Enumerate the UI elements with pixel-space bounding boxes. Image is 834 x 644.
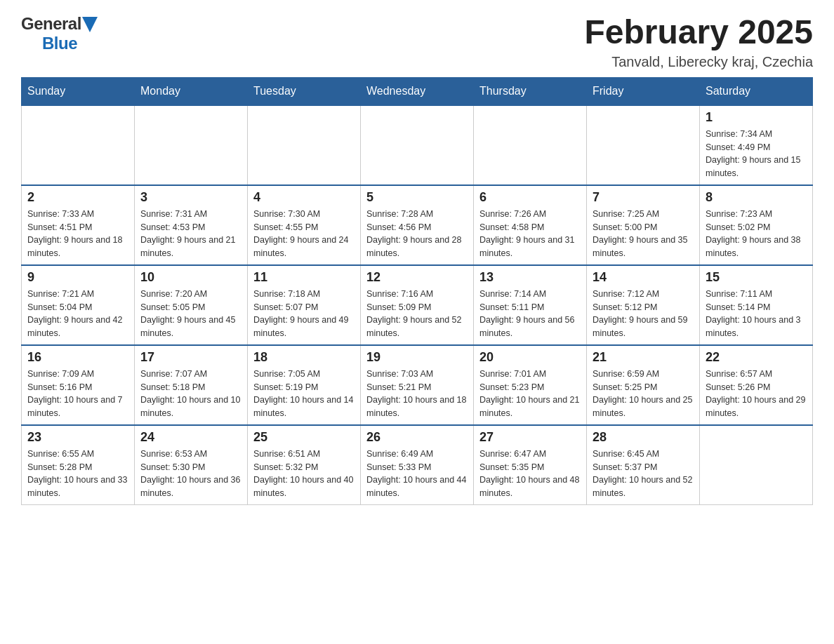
day-number: 11 — [253, 270, 355, 285]
day-number: 2 — [27, 190, 128, 205]
day-number: 17 — [140, 350, 241, 365]
day-info: Sunrise: 7:09 AMSunset: 5:16 PMDaylight:… — [27, 368, 128, 420]
day-info: Sunrise: 7:16 AMSunset: 5:09 PMDaylight:… — [366, 288, 468, 340]
day-info: Sunrise: 7:28 AMSunset: 4:56 PMDaylight:… — [366, 208, 468, 260]
page-header: General Blue February 2025 Tanvald, Libe… — [21, 14, 813, 70]
calendar-cell: 26Sunrise: 6:49 AMSunset: 5:33 PMDayligh… — [361, 425, 474, 505]
calendar-cell — [22, 105, 135, 185]
calendar-week-row: 9Sunrise: 7:21 AMSunset: 5:04 PMDaylight… — [22, 265, 813, 345]
calendar-cell: 2Sunrise: 7:33 AMSunset: 4:51 PMDaylight… — [22, 185, 135, 265]
day-number: 1 — [706, 110, 807, 125]
day-info: Sunrise: 6:45 AMSunset: 5:37 PMDaylight:… — [593, 448, 694, 500]
weekday-header-sunday: Sunday — [22, 77, 135, 105]
weekday-header-wednesday: Wednesday — [361, 77, 474, 105]
calendar-cell — [587, 105, 700, 185]
calendar-cell: 3Sunrise: 7:31 AMSunset: 4:53 PMDaylight… — [135, 185, 248, 265]
day-info: Sunrise: 7:03 AMSunset: 5:21 PMDaylight:… — [366, 368, 468, 420]
day-info: Sunrise: 7:11 AMSunset: 5:14 PMDaylight:… — [706, 288, 807, 340]
day-number: 6 — [479, 190, 581, 205]
day-number: 24 — [140, 430, 241, 445]
logo-general-text: General — [21, 14, 81, 34]
calendar-cell: 27Sunrise: 6:47 AMSunset: 5:35 PMDayligh… — [474, 425, 587, 505]
calendar-cell: 4Sunrise: 7:30 AMSunset: 4:55 PMDaylight… — [248, 185, 361, 265]
calendar-cell: 13Sunrise: 7:14 AMSunset: 5:11 PMDayligh… — [474, 265, 587, 345]
day-number: 8 — [706, 190, 807, 205]
calendar-week-row: 1Sunrise: 7:34 AMSunset: 4:49 PMDaylight… — [22, 105, 813, 185]
logo-blue-text: Blue — [42, 34, 77, 53]
calendar-cell: 22Sunrise: 6:57 AMSunset: 5:26 PMDayligh… — [700, 345, 813, 425]
weekday-header-saturday: Saturday — [700, 77, 813, 105]
svg-marker-0 — [82, 17, 98, 32]
day-number: 22 — [706, 350, 807, 365]
day-info: Sunrise: 7:20 AMSunset: 5:05 PMDaylight:… — [140, 288, 241, 340]
calendar-cell — [361, 105, 474, 185]
title-section: February 2025 Tanvald, Liberecky kraj, C… — [584, 14, 813, 70]
calendar-cell: 14Sunrise: 7:12 AMSunset: 5:12 PMDayligh… — [587, 265, 700, 345]
day-info: Sunrise: 6:49 AMSunset: 5:33 PMDaylight:… — [366, 448, 468, 500]
logo: General Blue — [21, 14, 98, 53]
calendar-table: SundayMondayTuesdayWednesdayThursdayFrid… — [21, 77, 813, 505]
calendar-cell: 11Sunrise: 7:18 AMSunset: 5:07 PMDayligh… — [248, 265, 361, 345]
day-info: Sunrise: 6:51 AMSunset: 5:32 PMDaylight:… — [253, 448, 355, 500]
day-number: 15 — [706, 270, 807, 285]
calendar-cell — [248, 105, 361, 185]
day-info: Sunrise: 6:55 AMSunset: 5:28 PMDaylight:… — [27, 448, 128, 500]
weekday-header-friday: Friday — [587, 77, 700, 105]
day-number: 26 — [366, 430, 468, 445]
day-number: 25 — [253, 430, 355, 445]
day-number: 19 — [366, 350, 468, 365]
weekday-header-tuesday: Tuesday — [248, 77, 361, 105]
calendar-cell: 21Sunrise: 6:59 AMSunset: 5:25 PMDayligh… — [587, 345, 700, 425]
calendar-cell: 9Sunrise: 7:21 AMSunset: 5:04 PMDaylight… — [22, 265, 135, 345]
day-number: 14 — [593, 270, 694, 285]
calendar-week-row: 23Sunrise: 6:55 AMSunset: 5:28 PMDayligh… — [22, 425, 813, 505]
day-number: 20 — [479, 350, 581, 365]
calendar-cell: 7Sunrise: 7:25 AMSunset: 5:00 PMDaylight… — [587, 185, 700, 265]
calendar-cell: 23Sunrise: 6:55 AMSunset: 5:28 PMDayligh… — [22, 425, 135, 505]
day-number: 27 — [479, 430, 581, 445]
day-info: Sunrise: 7:25 AMSunset: 5:00 PMDaylight:… — [593, 208, 694, 260]
day-number: 12 — [366, 270, 468, 285]
calendar-cell: 16Sunrise: 7:09 AMSunset: 5:16 PMDayligh… — [22, 345, 135, 425]
day-number: 28 — [593, 430, 694, 445]
day-info: Sunrise: 6:59 AMSunset: 5:25 PMDaylight:… — [593, 368, 694, 420]
day-number: 3 — [140, 190, 241, 205]
calendar-cell: 18Sunrise: 7:05 AMSunset: 5:19 PMDayligh… — [248, 345, 361, 425]
calendar-cell: 5Sunrise: 7:28 AMSunset: 4:56 PMDaylight… — [361, 185, 474, 265]
day-number: 18 — [253, 350, 355, 365]
calendar-cell: 8Sunrise: 7:23 AMSunset: 5:02 PMDaylight… — [700, 185, 813, 265]
calendar-cell: 24Sunrise: 6:53 AMSunset: 5:30 PMDayligh… — [135, 425, 248, 505]
day-number: 21 — [593, 350, 694, 365]
day-info: Sunrise: 7:34 AMSunset: 4:49 PMDaylight:… — [706, 128, 807, 180]
calendar-cell: 12Sunrise: 7:16 AMSunset: 5:09 PMDayligh… — [361, 265, 474, 345]
calendar-header-row: SundayMondayTuesdayWednesdayThursdayFrid… — [22, 77, 813, 105]
day-info: Sunrise: 7:18 AMSunset: 5:07 PMDaylight:… — [253, 288, 355, 340]
calendar-cell: 10Sunrise: 7:20 AMSunset: 5:05 PMDayligh… — [135, 265, 248, 345]
calendar-cell: 20Sunrise: 7:01 AMSunset: 5:23 PMDayligh… — [474, 345, 587, 425]
day-number: 7 — [593, 190, 694, 205]
calendar-cell: 17Sunrise: 7:07 AMSunset: 5:18 PMDayligh… — [135, 345, 248, 425]
day-info: Sunrise: 7:12 AMSunset: 5:12 PMDaylight:… — [593, 288, 694, 340]
day-info: Sunrise: 7:01 AMSunset: 5:23 PMDaylight:… — [479, 368, 581, 420]
logo-triangle-icon — [82, 17, 98, 32]
calendar-cell: 25Sunrise: 6:51 AMSunset: 5:32 PMDayligh… — [248, 425, 361, 505]
day-number: 23 — [27, 430, 128, 445]
month-title: February 2025 — [584, 14, 813, 51]
calendar-cell — [474, 105, 587, 185]
calendar-cell: 6Sunrise: 7:26 AMSunset: 4:58 PMDaylight… — [474, 185, 587, 265]
day-number: 9 — [27, 270, 128, 285]
calendar-cell — [135, 105, 248, 185]
day-info: Sunrise: 6:57 AMSunset: 5:26 PMDaylight:… — [706, 368, 807, 420]
day-info: Sunrise: 6:53 AMSunset: 5:30 PMDaylight:… — [140, 448, 241, 500]
day-info: Sunrise: 7:05 AMSunset: 5:19 PMDaylight:… — [253, 368, 355, 420]
calendar-cell: 28Sunrise: 6:45 AMSunset: 5:37 PMDayligh… — [587, 425, 700, 505]
day-number: 16 — [27, 350, 128, 365]
calendar-cell: 15Sunrise: 7:11 AMSunset: 5:14 PMDayligh… — [700, 265, 813, 345]
day-info: Sunrise: 7:33 AMSunset: 4:51 PMDaylight:… — [27, 208, 128, 260]
day-number: 4 — [253, 190, 355, 205]
calendar-cell: 1Sunrise: 7:34 AMSunset: 4:49 PMDaylight… — [700, 105, 813, 185]
day-info: Sunrise: 7:26 AMSunset: 4:58 PMDaylight:… — [479, 208, 581, 260]
calendar-week-row: 16Sunrise: 7:09 AMSunset: 5:16 PMDayligh… — [22, 345, 813, 425]
day-info: Sunrise: 7:21 AMSunset: 5:04 PMDaylight:… — [27, 288, 128, 340]
day-number: 10 — [140, 270, 241, 285]
